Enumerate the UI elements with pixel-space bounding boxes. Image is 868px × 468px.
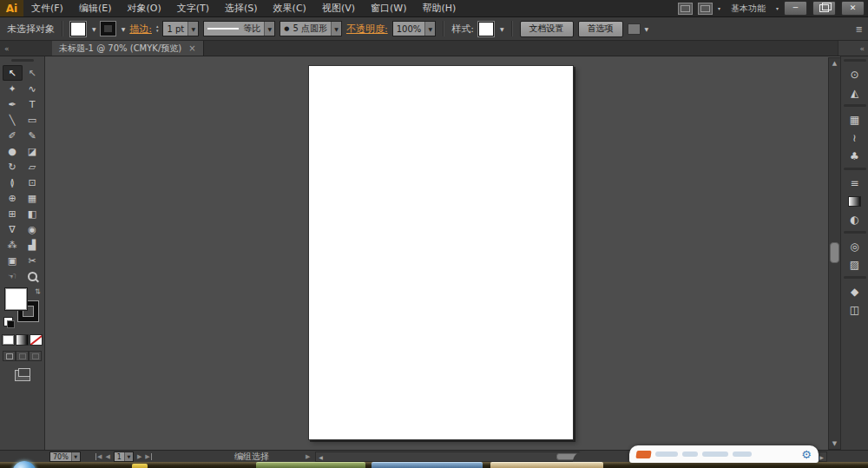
artboard-dropdown-icon[interactable]: ▼ xyxy=(124,452,133,461)
arrange-documents-icon[interactable] xyxy=(698,3,713,15)
rotate-tool[interactable]: ↻ xyxy=(3,159,23,175)
panel-symbols[interactable]: ♣ xyxy=(841,147,868,165)
scroll-up-icon[interactable]: ▲ xyxy=(832,58,837,69)
stroke-panel-link[interactable]: 描边: xyxy=(129,23,152,36)
panel-transparency[interactable]: ◐ xyxy=(841,210,868,228)
menu-view[interactable]: 视图(V) xyxy=(314,0,363,16)
menu-effect[interactable]: 效果(C) xyxy=(266,0,314,16)
tab-close-icon[interactable]: × xyxy=(188,43,195,53)
tools-collapse-icon[interactable]: « xyxy=(0,41,49,56)
draw-behind-button[interactable] xyxy=(16,351,29,361)
panel-color-guide[interactable]: ◭ xyxy=(841,83,868,102)
eraser-tool[interactable]: ◪ xyxy=(23,143,43,159)
dock-gripper[interactable] xyxy=(844,59,866,62)
none-button[interactable] xyxy=(30,334,43,346)
gradient-button[interactable] xyxy=(16,334,29,346)
scroll-left-icon[interactable]: ◀ xyxy=(316,454,326,460)
blob-brush-tool[interactable]: ● xyxy=(3,143,23,159)
workspace-switcher[interactable]: 基本功能 xyxy=(731,3,766,15)
panel-appearance[interactable]: ◎ xyxy=(841,237,868,255)
panel-swatches[interactable]: ▦ xyxy=(841,110,868,129)
stroke-color-swatch[interactable] xyxy=(101,22,115,36)
taskbar-window-button[interactable] xyxy=(256,462,365,468)
panel-color[interactable]: ⊙ xyxy=(841,65,868,83)
artboard-tool[interactable]: ▣ xyxy=(3,253,23,268)
screen-mode-button[interactable] xyxy=(15,370,30,381)
opacity-value[interactable]: 100% xyxy=(393,22,425,36)
draw-normal-button[interactable] xyxy=(3,351,16,361)
next-artboard-icon[interactable]: ▶ xyxy=(137,453,141,460)
vertical-scroll-handle[interactable] xyxy=(830,242,839,263)
workspace-caret-icon[interactable]: ▾ xyxy=(776,5,779,11)
dock-collapse-icon[interactable]: « xyxy=(838,41,868,56)
artboard-number-field[interactable]: 1 ▼ xyxy=(114,452,134,462)
zoom-tool[interactable] xyxy=(23,268,43,284)
dock-gripper[interactable] xyxy=(844,276,866,279)
menu-type[interactable]: 文字(T) xyxy=(169,0,217,16)
swap-fill-stroke-icon[interactable]: ⇄ xyxy=(34,288,42,294)
artboard-number-value[interactable]: 1 xyxy=(115,452,124,461)
align-options[interactable]: ▼ xyxy=(628,23,649,35)
slice-tool[interactable]: ✂ xyxy=(23,253,43,268)
menu-file[interactable]: 文件(F) xyxy=(23,0,71,16)
menu-window[interactable]: 窗口(W) xyxy=(363,0,414,16)
selection-tool[interactable]: ↖ xyxy=(3,65,23,81)
fill-proxy[interactable] xyxy=(5,288,27,310)
panel-graphic-styles[interactable]: ▨ xyxy=(841,255,868,274)
mesh-tool[interactable]: ⊞ xyxy=(3,206,23,221)
preferences-button[interactable]: 首选项 xyxy=(578,21,623,37)
canvas-area[interactable] xyxy=(45,56,841,451)
column-graph-tool[interactable]: ▟ xyxy=(23,237,43,253)
status-expand-icon[interactable]: ▶ xyxy=(306,453,310,460)
line-segment-tool[interactable]: ╲ xyxy=(3,112,23,128)
brush-dropdown-icon[interactable]: ▼ xyxy=(331,22,341,36)
dock-gripper[interactable] xyxy=(844,168,866,170)
shape-builder-tool[interactable]: ⊕ xyxy=(3,190,23,206)
fill-color-swatch[interactable] xyxy=(70,22,86,36)
blend-tool[interactable]: ◉ xyxy=(23,221,43,237)
vertical-scroll-track[interactable] xyxy=(829,69,840,438)
style-swatch[interactable] xyxy=(478,22,494,36)
stroke-weight-value[interactable]: 1 pt xyxy=(163,22,187,36)
opacity-panel-link[interactable]: 不透明度: xyxy=(346,23,388,36)
stroke-weight-field[interactable]: 1 pt ▼ xyxy=(162,21,199,36)
scroll-down-icon[interactable]: ▼ xyxy=(832,438,837,449)
taskbar-window-button[interactable] xyxy=(372,462,483,468)
document-setup-button[interactable]: 文档设置 xyxy=(520,21,574,37)
panel-gradient[interactable] xyxy=(841,192,868,210)
gear-icon[interactable]: ⚙ xyxy=(801,449,812,460)
zoom-level-field[interactable]: 70% ▼ xyxy=(49,452,81,462)
stepper-down-icon[interactable]: ▾ xyxy=(156,29,159,33)
color-button[interactable] xyxy=(2,334,15,346)
stroke-dropdown-icon[interactable]: ▼ xyxy=(122,26,126,32)
document-tab[interactable]: 未标题-1 @ 70% (CMYK/预览) × xyxy=(52,41,204,56)
eyedropper-tool[interactable]: ∇ xyxy=(3,221,23,237)
panel-brushes[interactable]: ≀ xyxy=(841,129,868,147)
menu-select[interactable]: 选择(S) xyxy=(217,0,266,16)
fill-dropdown-icon[interactable]: ▼ xyxy=(92,26,96,32)
profile-dropdown-icon[interactable]: ▼ xyxy=(264,22,274,36)
perspective-grid-tool[interactable]: ▦ xyxy=(23,190,43,206)
close-button[interactable]: ✕ xyxy=(841,1,865,16)
rectangle-tool[interactable]: ▭ xyxy=(23,112,43,128)
brush-definition-dropdown[interactable]: ● 5 点圆形 ▼ xyxy=(279,21,342,36)
panel-artboards[interactable]: ◫ xyxy=(841,300,868,319)
width-tool[interactable]: ≬ xyxy=(3,175,23,190)
default-fill-stroke-icon[interactable] xyxy=(3,317,13,326)
vertical-scrollbar[interactable]: ▲ ▼ xyxy=(828,57,841,450)
restore-button[interactable] xyxy=(812,1,836,16)
opacity-field[interactable]: 100% ▼ xyxy=(392,21,437,36)
pencil-tool[interactable]: ✎ xyxy=(23,128,43,143)
menu-edit[interactable]: 编辑(E) xyxy=(71,0,120,16)
direct-selection-tool[interactable]: ↖ xyxy=(23,65,43,81)
minimize-button[interactable]: ─ xyxy=(784,1,807,16)
artboard[interactable] xyxy=(308,65,574,440)
dock-gripper[interactable] xyxy=(844,104,866,107)
capture-toolbar-overlay[interactable]: ⚙ xyxy=(629,445,819,463)
menu-object[interactable]: 对象(O) xyxy=(119,0,168,16)
stroke-weight-stepper[interactable]: ▴ ▾ xyxy=(156,24,159,33)
opacity-dropdown-icon[interactable]: ▼ xyxy=(424,22,435,36)
symbol-sprayer-tool[interactable]: ⁂ xyxy=(3,237,23,253)
previous-artboard-icon[interactable]: ◀ xyxy=(105,453,109,460)
bridge-icon[interactable] xyxy=(678,3,693,15)
